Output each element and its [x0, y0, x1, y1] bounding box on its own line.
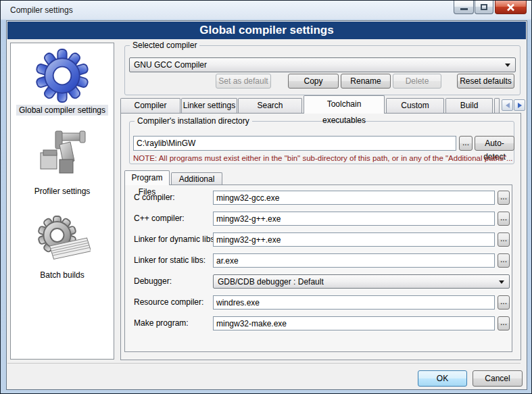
static-linker-label: Linker for static libs:	[134, 253, 205, 268]
chevron-down-icon	[499, 280, 504, 284]
close-icon	[506, 3, 515, 11]
dynamic-linker-browse-button[interactable]: ...	[498, 232, 510, 247]
maximize-icon	[481, 4, 487, 10]
chevron-down-icon	[505, 64, 510, 67]
debugger-select[interactable]: GDB/CDB debugger : Default	[213, 274, 510, 289]
close-button[interactable]	[495, 1, 527, 14]
static-linker-browse-button[interactable]: ...	[498, 253, 510, 268]
tab-search-directories[interactable]: Search directories	[238, 98, 302, 114]
ok-button[interactable]: OK	[418, 370, 467, 387]
auto-detect-button[interactable]: Auto-detect	[475, 136, 514, 151]
sidebar-item-label: Profiler settings	[32, 186, 93, 197]
installation-note: NOTE: All programs must exist either in …	[133, 154, 513, 162]
c-compiler-input[interactable]	[213, 191, 495, 205]
cpp-compiler-label: C++ compiler:	[134, 212, 185, 226]
caliper-blocks-icon	[35, 130, 89, 184]
window-title: Compiler settings	[10, 5, 73, 15]
browse-directory-button[interactable]: ...	[459, 136, 473, 151]
cpp-compiler-browse-button[interactable]: ...	[498, 212, 510, 226]
minimize-button[interactable]	[454, 1, 474, 14]
page-title: Global compiler settings	[7, 22, 526, 39]
rename-button[interactable]: Rename	[341, 74, 391, 89]
sidebar-item-batch-builds[interactable]: Batch builds	[11, 215, 114, 280]
gray-gear-papers-icon	[34, 215, 91, 268]
dynamic-linker-input[interactable]	[213, 232, 495, 247]
sidebar-item-global-compiler-settings[interactable]: Global compiler settings	[11, 49, 114, 116]
compiler-select-value: GNU GCC Compiler	[134, 60, 207, 70]
subtab-additional-paths[interactable]: Additional Paths	[171, 172, 222, 185]
installation-directory-input[interactable]	[133, 136, 456, 151]
footer-divider	[7, 363, 521, 364]
resource-compiler-browse-button[interactable]: ...	[498, 295, 510, 310]
resource-compiler-input[interactable]	[213, 295, 495, 310]
installation-directory-legend: Compiler's installation directory	[135, 116, 252, 126]
tab-scroll-left-button[interactable]	[502, 99, 513, 111]
cancel-button[interactable]: Cancel	[473, 370, 523, 387]
set-as-default-button[interactable]: Set as default	[216, 74, 271, 89]
subtab-program-files[interactable]: Program Files	[124, 170, 170, 185]
tab-build-options[interactable]: Build options	[445, 98, 493, 114]
dynamic-linker-label: Linker for dynamic libs:	[134, 232, 217, 247]
cpp-compiler-input[interactable]	[213, 212, 495, 226]
arrow-left-icon	[506, 103, 510, 108]
c-compiler-browse-button[interactable]: ...	[498, 191, 510, 205]
delete-button[interactable]: Delete	[393, 74, 441, 89]
sidebar-item-label: Batch builds	[37, 270, 87, 280]
make-program-browse-button[interactable]: ...	[498, 316, 510, 330]
reset-defaults-button[interactable]: Reset defaults	[457, 74, 514, 89]
resource-compiler-label: Resource compiler:	[134, 295, 203, 310]
sidebar-item-label: Global compiler settings	[16, 105, 108, 116]
debugger-select-value: GDB/CDB debugger : Default	[218, 277, 324, 287]
make-program-label: Make program:	[134, 316, 189, 330]
sidebar-item-profiler-settings[interactable]: Profiler settings	[11, 130, 114, 197]
tab-linker-settings[interactable]: Linker settings	[181, 98, 237, 114]
blue-gear-icon	[34, 49, 90, 103]
make-program-input[interactable]	[213, 316, 495, 330]
selected-compiler-legend: Selected compiler	[130, 41, 199, 50]
debugger-label: Debugger:	[134, 274, 172, 289]
compiler-settings-dialog: Compiler settings Global compiler settin…	[0, 0, 532, 394]
tab-custom-variables[interactable]: Custom variables	[386, 98, 444, 114]
copy-button[interactable]: Copy	[288, 74, 339, 89]
minimize-icon	[460, 8, 468, 10]
maximize-button[interactable]	[475, 1, 493, 14]
settings-category-list: Global compiler settings Profiler settin…	[10, 43, 114, 360]
tab-partial[interactable]	[494, 98, 500, 114]
tab-toolchain-executables[interactable]: Toolchain executables	[304, 95, 385, 114]
compiler-select[interactable]: GNU GCC Compiler	[129, 57, 516, 72]
tab-compiler-settings[interactable]: Compiler settings	[120, 98, 180, 114]
tab-scroll-right-button[interactable]	[514, 99, 525, 111]
arrow-right-icon	[518, 103, 522, 108]
static-linker-input[interactable]	[213, 253, 495, 268]
